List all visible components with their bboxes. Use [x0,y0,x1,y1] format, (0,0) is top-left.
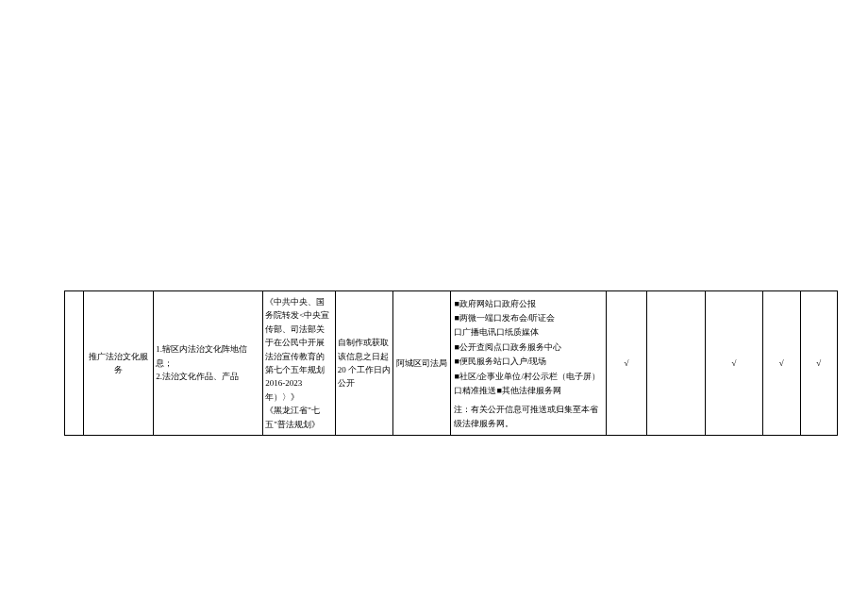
channel-line: 口广播电讯口纸质媒体 [454,325,603,339]
cell-timeframe: 自制作或获取该信息之日起 20 个工作日内公开 [335,291,392,436]
channel-line: ■政府网站口政府公报 [454,297,603,310]
cell-check-1: √ [606,291,647,436]
cell-index [65,291,84,436]
cell-service-name: 推广法治文化服务 [83,291,153,436]
channel-line: 口精准推送■其他法律服务网 [454,384,603,397]
channel-line: ■公开查阅点口政务服务中心 [454,340,603,354]
cell-subject: 阿城区司法局 [393,291,451,436]
channel-line: ■便民服务站口入户/现场 [454,355,603,368]
cell-basis: 《中共中央、国务院转发<中央宣传部、司法部关于在公民中开展法治宣传教育的第七个五… [263,291,336,436]
channel-line: ■两微一端口发布会/听证会 [454,311,603,324]
cell-check-3: √ [705,291,762,436]
cell-channels: ■政府网站口政府公报 ■两微一端口发布会/听证会 口广播电讯口纸质媒体 ■公开查… [451,291,606,436]
cell-check-5: √ [800,291,837,436]
cell-check-4: √ [763,291,800,436]
document-table: 推广法治文化服务 1.辖区内法治文化阵地信息； 2.法治文化作品、产品 《中共中… [64,290,838,436]
channel-note: 注：有关公开信息可推送或归集至本省级法律服务网。 [454,403,603,430]
data-table: 推广法治文化服务 1.辖区内法治文化阵地信息； 2.法治文化作品、产品 《中共中… [64,290,838,436]
table-row: 推广法治文化服务 1.辖区内法治文化阵地信息； 2.法治文化作品、产品 《中共中… [65,291,838,436]
channel-line: ■社区/企事业单位/村公示栏（电子屏） [454,370,603,383]
cell-content: 1.辖区内法治文化阵地信息； 2.法治文化作品、产品 [154,291,263,436]
cell-check-2 [647,291,705,436]
